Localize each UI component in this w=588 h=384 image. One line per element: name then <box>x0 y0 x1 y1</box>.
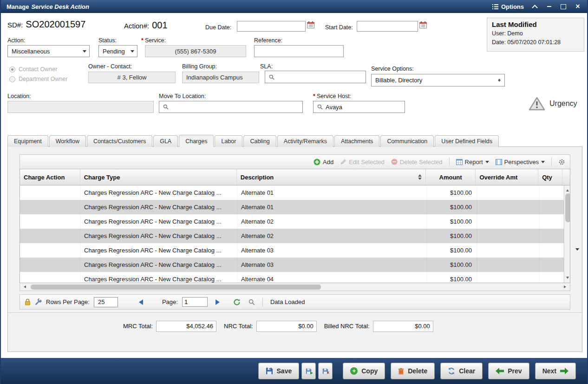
status-select[interactable]: Pending <box>98 45 137 57</box>
scroll-left-icon[interactable] <box>20 283 28 291</box>
due-date-calendar-icon[interactable] <box>307 21 314 30</box>
tab-labor[interactable]: Labor <box>215 135 242 147</box>
due-date-input[interactable] <box>237 21 306 32</box>
urgency-indicator[interactable]: Urgency <box>529 97 577 111</box>
horizontal-scroll-thumb[interactable] <box>31 285 321 290</box>
sort-icon[interactable] <box>418 172 422 182</box>
tab-charges[interactable]: Charges <box>179 135 214 147</box>
cell-amount: $100.00 <box>427 258 477 272</box>
reference-input[interactable] <box>254 45 344 57</box>
add-button[interactable]: Add <box>314 159 333 166</box>
pagination-bar: Rows Per Page: 25 Page: Data Loa <box>20 294 570 310</box>
minimize-icon[interactable] <box>545 3 553 10</box>
wrench-icon[interactable] <box>35 298 42 305</box>
last-modified-date: Date: 05/07/2020 07:01:28 <box>492 38 579 47</box>
perspectives-button[interactable]: Perspectives <box>496 159 545 166</box>
table-row[interactable]: Charges Regression ARC - New Charge Cata… <box>20 214 564 229</box>
table-row[interactable]: Charges Regression ARC - New Charge Cata… <box>20 243 564 258</box>
scroll-right-icon[interactable] <box>562 283 570 291</box>
table-row[interactable]: Charges Regression ARC - New Charge Cata… <box>20 185 564 200</box>
clear-button[interactable]: Clear <box>440 363 483 379</box>
column-header-override-amt[interactable]: Override Amt <box>476 169 538 185</box>
refresh-icon[interactable] <box>233 298 241 306</box>
next-page-icon[interactable] <box>216 299 222 305</box>
service-options-value: Billable, Directory <box>375 77 422 84</box>
gear-icon <box>558 159 565 166</box>
column-header-charge-action[interactable]: Charge Action <box>20 169 80 185</box>
tab-contacts-customers[interactable]: Contacts/Customers <box>87 135 152 147</box>
table-row[interactable]: Charges Regression ARC - New Charge Cata… <box>20 200 564 214</box>
scroll-down-icon[interactable] <box>564 275 571 283</box>
table-row[interactable]: Charges Regression ARC - New Charge Cata… <box>20 229 564 243</box>
cell-description: Alternate 02 <box>237 229 427 243</box>
vertical-scroll-thumb[interactable] <box>565 193 571 222</box>
search-icon <box>163 104 169 110</box>
rows-per-page-select[interactable]: 25 <box>94 297 118 307</box>
collapse-icon[interactable] <box>531 3 538 10</box>
delete-button[interactable]: Delete <box>391 363 435 379</box>
copy-button[interactable]: Copy <box>343 363 385 379</box>
owner-contact-field: # 3, Fellow <box>88 72 176 83</box>
tab-communication[interactable]: Communication <box>380 135 434 147</box>
save-and-new-button[interactable]: ▸ <box>301 363 316 379</box>
service-options-select[interactable]: Billable, Directory <box>371 74 505 86</box>
move-to-location-search-input[interactable] <box>159 101 303 113</box>
vertical-scrollbar[interactable] <box>564 185 570 283</box>
last-modified-user: User: Demo <box>492 29 579 38</box>
edit-selected-button[interactable]: Edit Selected <box>340 159 385 166</box>
department-owner-label: Department Owner <box>19 76 68 82</box>
perspectives-icon <box>496 159 502 165</box>
title-prefix: Manage <box>7 3 29 10</box>
status-label: Status: <box>98 37 117 44</box>
column-header-description[interactable]: Description <box>237 169 426 185</box>
save-button[interactable]: Save <box>258 363 300 379</box>
table-row[interactable]: Charges Regression ARC - New Charge Cata… <box>20 272 564 283</box>
tab-workflow[interactable]: Workflow <box>49 135 86 147</box>
column-header-charge-type[interactable]: Charge Type <box>80 169 237 185</box>
save-and-close-button[interactable]: × <box>318 363 333 379</box>
contact-owner-radio[interactable]: Contact Owner <box>9 66 68 73</box>
horizontal-scrollbar[interactable] <box>20 283 570 291</box>
delete-selected-button[interactable]: Delete Selected <box>391 159 443 166</box>
tab-activity-remarks[interactable]: Activity/Remarks <box>277 135 333 147</box>
tab-cabling[interactable]: Cabling <box>243 135 276 147</box>
next-button[interactable]: Next <box>535 363 576 379</box>
cell-charge-action <box>20 243 80 258</box>
lock-icon[interactable] <box>25 298 31 305</box>
page-input[interactable] <box>182 297 208 307</box>
action-number-value: 001 <box>152 20 167 31</box>
column-header-qty[interactable]: Qty <box>538 169 562 185</box>
column-header-amount[interactable]: Amount <box>426 169 476 185</box>
report-button[interactable]: Report <box>456 159 489 166</box>
tab-attachments[interactable]: Attachments <box>334 135 379 147</box>
popout-icon[interactable] <box>560 3 567 10</box>
action-select[interactable]: Miscellaneous <box>7 45 90 57</box>
prev-button[interactable]: Prev <box>488 363 529 379</box>
tab-equipment[interactable]: Equipment <box>7 135 48 147</box>
action-select-value: Miscellaneous <box>12 48 50 55</box>
column-header-label: Charge Action <box>24 174 65 181</box>
add-label: Add <box>323 159 333 166</box>
tab-gla[interactable]: GLA <box>153 135 178 147</box>
previous-page-icon[interactable] <box>136 299 143 305</box>
location-label: Location: <box>7 93 31 99</box>
radio-unselected-icon <box>9 76 15 82</box>
close-icon[interactable] <box>574 3 581 10</box>
department-owner-radio[interactable]: Department Owner <box>9 76 68 82</box>
last-modified-box: Last Modified User: Demo Date: 05/07/202… <box>487 18 584 52</box>
tab-user-defined-fields[interactable]: User Defined Fields <box>435 135 499 147</box>
options-button[interactable]: Options <box>492 3 524 10</box>
start-date-input[interactable] <box>357 21 418 32</box>
report-label: Report <box>465 159 483 166</box>
table-row[interactable]: Charges Regression ARC - New Charge Cata… <box>20 258 564 272</box>
grid-search-icon[interactable] <box>248 299 255 305</box>
grid-settings-button[interactable] <box>558 159 565 166</box>
cell-charge-action <box>20 272 80 283</box>
sla-search-input[interactable] <box>265 71 366 83</box>
totals-bar: MRC Total: $4,052.46 NRC Total: $0.00 Bi… <box>8 312 582 339</box>
scroll-up-icon[interactable] <box>564 185 571 193</box>
start-date-calendar-icon[interactable] <box>419 21 427 30</box>
service-host-search-input[interactable]: Avaya <box>313 101 405 113</box>
due-date-label: Due Date: <box>205 24 231 31</box>
mrc-total-label: MRC Total: <box>123 323 153 330</box>
